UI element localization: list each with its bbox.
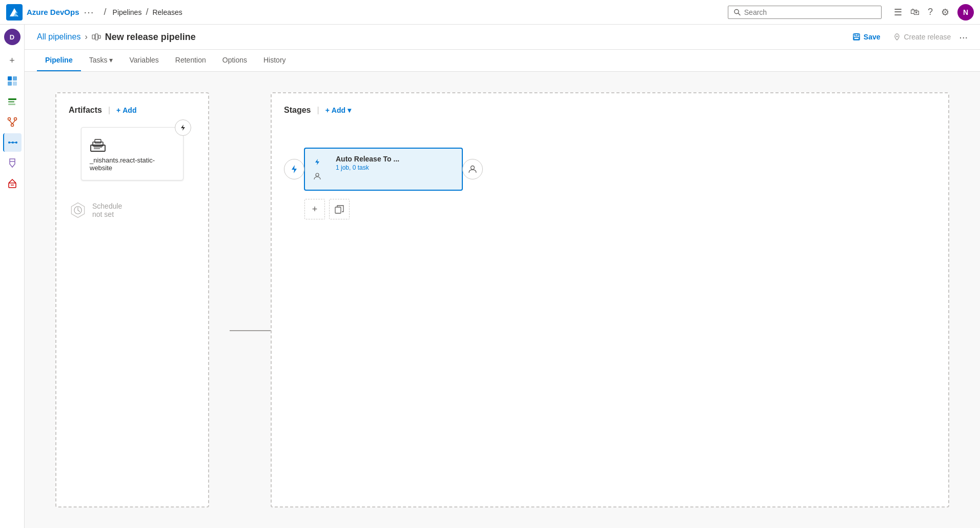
add-artifact-link[interactable]: + Add	[116, 106, 136, 114]
svg-point-13	[8, 141, 10, 144]
stages-header: Stages | + Add ▾	[284, 106, 936, 115]
sidebar-item-test[interactable]	[3, 154, 22, 172]
schedule-label: Schedulenot set	[92, 202, 122, 218]
artifact-name: _nishants.react-static-website	[90, 156, 175, 172]
nav-more-icon[interactable]: ⋯	[84, 6, 94, 18]
save-button[interactable]: Save	[848, 31, 885, 43]
azure-logo[interactable]: Azure DevOps	[6, 4, 79, 21]
sidebar-item-boards[interactable]	[3, 72, 22, 90]
svg-rect-5	[8, 82, 12, 86]
page-header: All pipelines › New release pipeline Sa	[25, 25, 980, 50]
tab-tasks[interactable]: Tasks ▾	[81, 50, 121, 71]
svg-rect-24	[853, 34, 860, 40]
svg-point-10	[8, 118, 10, 120]
boards-icon	[7, 76, 17, 86]
pipelines-icon	[8, 137, 18, 148]
svg-line-2	[738, 13, 740, 15]
breadcrumb: All pipelines › New release pipeline	[37, 32, 196, 43]
schedule-badge[interactable]: Schedulenot set	[69, 201, 196, 219]
tab-pipeline[interactable]: Pipeline	[37, 50, 81, 71]
sidebar-item-pipelines[interactable]	[3, 133, 22, 152]
azure-logo-icon	[6, 4, 23, 21]
settings-icon[interactable]: ⚙	[941, 7, 949, 18]
svg-point-12	[11, 124, 13, 127]
person-icon	[468, 165, 477, 173]
stage-info: 1 job, 0 task	[336, 164, 454, 171]
pipeline-icon	[92, 32, 101, 42]
sidebar-item-artifacts[interactable]	[3, 174, 22, 193]
artifacts-section: Artifacts | + Add	[55, 92, 209, 507]
stage-actions: +	[304, 199, 936, 219]
stage-card-inner: Auto Release To ... 1 job, 0 task	[305, 149, 462, 190]
stage-container: Auto Release To ... 1 job, 0 task	[284, 148, 483, 191]
svg-line-36	[78, 210, 80, 212]
sidebar-user-avatar[interactable]: D	[4, 29, 21, 45]
stages-title: Stages	[284, 106, 311, 115]
search-box[interactable]	[728, 6, 882, 19]
post-approval-icon[interactable]	[462, 159, 483, 179]
backlogs-icon	[7, 96, 17, 107]
svg-rect-7	[8, 98, 16, 100]
svg-rect-4	[13, 76, 17, 80]
svg-rect-39	[335, 207, 341, 213]
nav-icons: ☰ 🛍 ? ⚙ N	[894, 4, 974, 21]
search-icon	[733, 8, 741, 16]
svg-rect-3	[8, 76, 12, 80]
page-title: New release pipeline	[105, 32, 196, 43]
tab-retention[interactable]: Retention	[167, 50, 214, 71]
pre-approval-icon[interactable]	[284, 159, 304, 179]
svg-point-11	[14, 118, 16, 120]
pipeline-canvas: Artifacts | + Add	[25, 72, 980, 528]
svg-rect-30	[95, 139, 101, 143]
add-stage-button[interactable]: +	[304, 199, 325, 219]
tasks-dropdown-icon: ▾	[109, 56, 113, 64]
all-pipelines-link[interactable]: All pipelines	[37, 32, 80, 42]
more-options-button[interactable]: ···	[959, 31, 968, 43]
search-input[interactable]	[744, 8, 876, 16]
main-content: All pipelines › New release pipeline Sa	[25, 25, 980, 528]
nav-pipelines[interactable]: Pipelines	[113, 8, 142, 16]
sidebar-add-button[interactable]: +	[3, 51, 22, 70]
repos-icon	[7, 117, 17, 127]
svg-point-15	[12, 141, 14, 144]
svg-rect-23	[98, 35, 100, 38]
rocket-icon	[893, 33, 901, 41]
svg-rect-22	[95, 34, 98, 40]
tab-variables[interactable]: Variables	[121, 50, 167, 71]
nav-releases[interactable]: Releases	[152, 8, 182, 16]
clone-stage-button[interactable]	[329, 199, 350, 219]
list-icon[interactable]: ☰	[894, 7, 902, 18]
svg-rect-25	[855, 34, 858, 36]
sidebar-item-repos[interactable]	[3, 113, 22, 131]
svg-rect-21	[92, 35, 95, 39]
artifacts-header: Artifacts | + Add	[69, 106, 196, 115]
sidebar: D +	[0, 25, 25, 528]
clone-icon	[335, 205, 344, 214]
tab-history[interactable]: History	[255, 50, 294, 71]
stages-section: Stages | + Add ▾	[271, 92, 949, 507]
svg-rect-6	[13, 82, 17, 86]
user-avatar[interactable]: N	[957, 4, 974, 21]
add-stage-link[interactable]: + Add ▾	[325, 106, 351, 114]
svg-point-17	[15, 141, 17, 144]
tab-options[interactable]: Options	[214, 50, 255, 71]
stage-card[interactable]: Auto Release To ... 1 job, 0 task	[304, 148, 463, 191]
shopping-bag-icon[interactable]: 🛍	[910, 7, 920, 17]
connector-line	[230, 330, 271, 331]
pipeline-connector	[230, 92, 271, 507]
help-icon[interactable]: ?	[928, 7, 933, 17]
main-layout: D +	[0, 25, 980, 528]
top-nav: Azure DevOps ⋯ / Pipelines / Releases ☰ …	[0, 0, 980, 25]
artifacts-title: Artifacts	[69, 106, 102, 115]
svg-point-38	[471, 166, 475, 170]
artifact-trigger-icon[interactable]	[175, 119, 191, 136]
artifact-card[interactable]: _nishants.react-static-website	[81, 127, 183, 180]
sidebar-item-backlogs[interactable]	[3, 92, 22, 111]
stage-trigger-btn[interactable]	[311, 156, 323, 168]
artifact-type-icon	[90, 136, 175, 152]
stage-person-btn[interactable]	[311, 170, 323, 182]
schedule-hex-icon	[69, 201, 87, 219]
add-stage-dropdown-icon: ▾	[348, 106, 351, 114]
tabs: Pipeline Tasks ▾ Variables Retention Opt…	[25, 50, 980, 72]
artifacts-icon	[7, 178, 17, 189]
